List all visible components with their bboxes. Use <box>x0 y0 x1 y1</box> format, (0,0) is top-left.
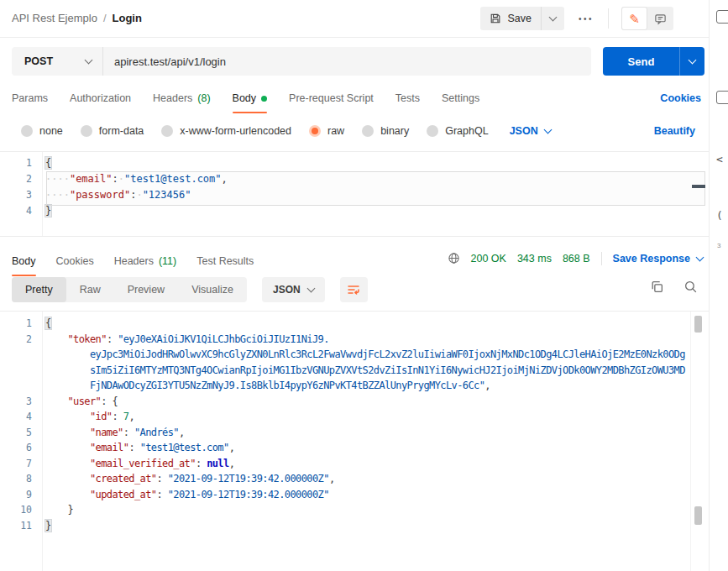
code-text: sIm5iZiI6MTYzMTQ3NTg4OCwianRpIjoiMG1IbzV… <box>32 363 685 379</box>
radio-icon <box>362 125 374 137</box>
radio-icon <box>21 125 33 137</box>
edit-mode-button[interactable]: ✎ <box>621 7 647 30</box>
mode-graphql[interactable]: GraphQL <box>427 125 488 137</box>
code-text: "user": { <box>32 394 118 410</box>
network-globe-icon[interactable] <box>448 252 460 265</box>
view-visualize[interactable]: Visualize <box>178 277 247 302</box>
tab-params-label: Params <box>12 92 48 104</box>
gutter-divider <box>42 152 43 236</box>
right-sidebar-rail: < ( 3 <box>709 0 728 571</box>
tab-authorization[interactable]: Authorization <box>70 82 131 114</box>
more-actions-button[interactable]: ••• <box>579 14 594 24</box>
tab-tests[interactable]: Tests <box>395 82 420 114</box>
chevron-down-icon <box>689 56 697 65</box>
mode-urlencoded[interactable]: x-www-form-urlencoded <box>161 125 291 137</box>
rail-badge: 3 <box>717 242 720 249</box>
line-number: 2 <box>0 332 32 348</box>
search-response-button[interactable] <box>683 280 698 294</box>
save-response-button[interactable]: Save Response <box>613 253 703 265</box>
send-button-group: Send <box>603 47 704 76</box>
meta-divider <box>601 252 602 265</box>
breadcrumb-request-name[interactable]: Login <box>113 12 142 24</box>
breadcrumb: API Rest Ejemplo / Login <box>12 12 142 24</box>
response-toolbar: Pretty Raw Preview Visualize JSON <box>12 277 368 302</box>
copy-response-button[interactable] <box>650 280 664 294</box>
response-tab-cookies[interactable]: Cookies <box>56 245 94 277</box>
mode-binary-label: binary <box>380 125 409 137</box>
editor-line: 6 "email": "test1@test.com", <box>0 440 710 456</box>
view-raw[interactable]: Raw <box>66 277 114 302</box>
method-dropdown[interactable]: POST <box>12 47 102 76</box>
response-language-dropdown[interactable]: JSON <box>262 277 325 302</box>
editor-minimap-thumb[interactable] <box>692 185 705 188</box>
method-label: POST <box>24 55 53 67</box>
tab-settings[interactable]: Settings <box>442 82 479 114</box>
response-tab-headers[interactable]: Headers (11) <box>114 245 177 277</box>
url-input[interactable]: apirest.test/api/v1/login <box>103 55 226 68</box>
cookies-link[interactable]: Cookies <box>660 82 701 114</box>
line-number <box>0 363 32 379</box>
editor-line: 4 "id": 7, <box>0 409 710 425</box>
tab-params[interactable]: Params <box>12 82 48 114</box>
mode-urlencoded-label: x-www-form-urlencoded <box>180 125 291 137</box>
editor-line: 7 "email_verified_at": null, <box>0 456 710 472</box>
mode-raw[interactable]: raw <box>309 125 344 137</box>
raw-language-dropdown[interactable]: JSON <box>510 125 551 137</box>
view-preview[interactable]: Preview <box>114 277 178 302</box>
response-tab-test-results-label: Test Results <box>196 255 254 267</box>
view-pretty[interactable]: Pretty <box>12 277 66 302</box>
tab-pre-request-script[interactable]: Pre-request Script <box>289 82 374 114</box>
request-body-editor[interactable]: 1{2····"email":·"test1@test.com",3····"p… <box>0 151 710 237</box>
editor-line: sIm5iZiI6MTYzMTQ3NTg4OCwianRpIjoiMG1IbzV… <box>0 363 710 379</box>
code-snippet-icon[interactable]: < <box>716 153 723 165</box>
mode-form-data-label: form-data <box>99 125 144 137</box>
response-tabs: Body Cookies Headers (11) Test Results <box>12 245 254 271</box>
comments-button[interactable] <box>647 7 673 30</box>
response-body-editor[interactable]: 1{2 "token": "eyJ0eXAiOiJKV1QiLCJhbGciOi… <box>0 311 710 571</box>
send-options-button[interactable] <box>680 47 704 76</box>
mode-binary[interactable]: binary <box>362 125 409 137</box>
save-options-button[interactable] <box>542 7 564 30</box>
wrap-text-button[interactable] <box>340 277 368 302</box>
response-tab-test-results[interactable]: Test Results <box>196 245 254 277</box>
topbar-actions: Save ••• ✎ <box>480 7 673 30</box>
save-button[interactable]: Save <box>480 13 541 24</box>
related-requests-icon[interactable]: ( <box>716 209 723 222</box>
code-text: eyJpc3MiOiJodHRwOlwvXC9hcGlyZXN0LnRlc3Rc… <box>32 347 685 363</box>
line-number: 1 <box>0 316 32 332</box>
code-text: "email_verified_at": null, <box>32 456 234 472</box>
gutter-divider <box>42 312 43 571</box>
code-text: "token": "eyJ0eXAiOiJKV1QiLCJhbGciOiJIUz… <box>32 332 329 348</box>
beautify-link[interactable]: Beautify <box>654 118 695 144</box>
code-text: "email": "test1@test.com", <box>32 440 234 456</box>
documentation-icon[interactable] <box>716 10 728 24</box>
response-tab-headers-label: Headers <box>114 255 154 267</box>
editor-line: 10 } <box>0 502 710 518</box>
tab-tests-label: Tests <box>395 92 420 104</box>
send-button[interactable]: Send <box>603 47 679 76</box>
request-url-bar: POST apirest.test/api/v1/login <box>12 47 591 76</box>
radio-selected-icon <box>309 125 321 137</box>
response-headers-count-badge: (11) <box>159 255 176 267</box>
mode-form-data[interactable]: form-data <box>81 125 144 137</box>
tab-body[interactable]: Body <box>233 82 268 114</box>
editor-line: 1{ <box>0 316 710 332</box>
editor-line: 2 "token": "eyJ0eXAiOiJKV1QiLCJhbGciOiJI… <box>0 332 710 348</box>
line-number: 9 <box>0 487 32 503</box>
scrollbar-thumb[interactable] <box>694 316 702 333</box>
line-number: 3 <box>0 394 32 410</box>
chevron-down-icon <box>306 285 315 293</box>
response-time: 343 ms <box>517 253 552 265</box>
chevron-down-icon <box>549 13 558 22</box>
radio-icon <box>81 125 92 137</box>
response-tab-body[interactable]: Body <box>12 245 36 277</box>
scrollbar-thumb-lower[interactable] <box>694 506 702 525</box>
pencil-icon: ✎ <box>629 13 640 25</box>
comments-panel-icon[interactable] <box>716 91 728 104</box>
mode-none[interactable]: none <box>21 125 63 137</box>
mode-none-label: none <box>39 125 63 137</box>
response-view-switcher: Pretty Raw Preview Visualize <box>12 277 247 302</box>
tab-headers[interactable]: Headers (8) <box>153 82 211 114</box>
breadcrumb-collection[interactable]: API Rest Ejemplo <box>12 12 97 24</box>
chevron-down-icon <box>543 126 552 134</box>
